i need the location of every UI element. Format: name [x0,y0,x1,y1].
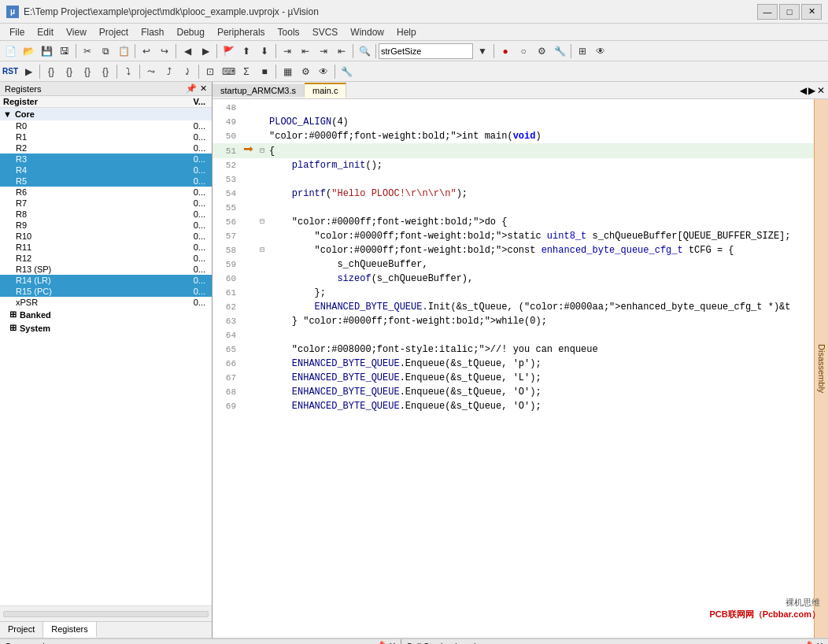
step-over-btn[interactable]: ⤳ [142,63,160,80]
stack-btn[interactable]: ⚙ [297,63,314,80]
debug-btn[interactable]: ● [497,43,514,60]
run-btn[interactable]: ▶ [20,63,37,80]
function-search-combo[interactable] [379,43,473,59]
register-row-r10[interactable]: R100... [0,231,212,242]
mem-btn[interactable]: ▦ [279,63,296,80]
registers-pin-icon[interactable]: 📌 [186,83,197,94]
callstack-pin-icon[interactable]: 📌 [802,641,813,644]
save-all-btn[interactable]: 🖫 [56,43,73,60]
register-row-r8[interactable]: R80... [0,209,212,220]
menu-item-view[interactable]: View [60,25,93,39]
scope2-btn[interactable]: {} [61,63,78,80]
registers-scroll-area[interactable]: Register V... ▼ Core R00...R10...R20...R… [0,96,212,605]
paste-btn[interactable]: 📋 [115,43,132,60]
more-btn[interactable]: 🔧 [551,43,568,60]
undo-btn[interactable]: ↩ [138,43,155,60]
prev-bookmark-btn[interactable]: ⬆ [238,43,255,60]
cmd-win-btn[interactable]: ⊡ [201,63,219,80]
menu-item-file[interactable]: File [3,25,31,39]
startup-tab[interactable]: startup_ARMCM3.s [213,84,305,97]
register-row-r1[interactable]: R10... [0,131,212,142]
register-row-r14lr[interactable]: R14 (LR)0... [0,275,212,286]
step-out-btn[interactable]: ⤴ [161,63,178,80]
settings-btn[interactable]: ⚙ [533,43,550,60]
window-btn[interactable]: ⊞ [574,43,591,60]
fold-indicator[interactable]: ⊟ [257,215,268,229]
disassembly-sidebar[interactable]: Disassembly [814,99,828,638]
banked-group-header[interactable]: ⊞ Banked [0,308,212,321]
register-row-r6[interactable]: R60... [0,187,212,198]
next-bookmark-btn[interactable]: ⬇ [256,43,273,60]
registers-close-icon[interactable]: ✕ [200,83,207,94]
combo-dropdown-btn[interactable]: ▼ [474,43,491,60]
register-row-r5[interactable]: R50... [0,176,212,187]
scope4-btn[interactable]: {} [97,63,114,80]
register-row-r0[interactable]: R00... [0,120,212,131]
run-cursor-btn[interactable]: ⤸ [179,63,196,80]
registers-scrollbar[interactable] [0,605,212,621]
sym-btn[interactable]: Σ [238,63,255,80]
register-row-r3[interactable]: R30... [0,154,212,165]
register-row-r15pc[interactable]: R15 (PC)0... [0,286,212,297]
target-btn[interactable]: ○ [515,43,532,60]
outdent-btn[interactable]: ⇤ [297,43,314,60]
nav-fwd-btn[interactable]: ▶ [197,43,214,60]
close-button[interactable]: ✕ [801,4,822,20]
fold-indicator[interactable]: ⊟ [257,144,268,158]
save-btn[interactable]: 💾 [38,43,55,60]
reset-btn[interactable]: RST [2,63,19,80]
h-scrollbar[interactable] [3,611,209,617]
watch-btn[interactable]: 👁 [315,63,332,80]
menu-item-peripherals[interactable]: Peripherals [211,25,272,39]
code-area[interactable]: 4849PLOOC_ALIGN(4)50"color:#0000ff;font-… [213,99,828,638]
maximize-button[interactable]: □ [779,4,800,20]
indent2-btn[interactable]: ⇥ [315,43,332,60]
register-row-r4[interactable]: R40... [0,165,212,176]
copy-btn[interactable]: ⧉ [97,43,114,60]
menu-item-edit[interactable]: Edit [31,25,60,39]
menu-item-window[interactable]: Window [344,25,390,39]
disasm-btn[interactable]: ⌨ [220,63,237,80]
tab-nav-right[interactable]: ▶ [808,85,815,96]
register-row-r7[interactable]: R70... [0,198,212,209]
view-btn[interactable]: 👁 [592,43,609,60]
indent-btn[interactable]: ⇥ [279,43,296,60]
outdent2-btn[interactable]: ⇤ [333,43,350,60]
cut-btn[interactable]: ✂ [79,43,96,60]
register-row-r11[interactable]: R110... [0,242,212,253]
new-btn[interactable]: 📄 [2,43,19,60]
menu-item-help[interactable]: Help [390,25,423,39]
register-row-r12[interactable]: R120... [0,253,212,264]
register-row-xpsr[interactable]: xPSR0... [0,297,212,308]
tab-close-editor[interactable]: ✕ [817,85,825,96]
menu-item-tools[interactable]: Tools [272,25,306,39]
minimize-button[interactable]: — [757,4,778,20]
scope1-btn[interactable]: {} [43,63,60,80]
command-close-icon[interactable]: ✕ [389,641,396,644]
nav-back-btn[interactable]: ◀ [179,43,196,60]
project-tab[interactable]: Project [0,622,43,638]
fold-indicator[interactable]: ⊟ [257,243,268,257]
find-btn[interactable]: 🔍 [356,43,373,60]
system-group-header[interactable]: ⊞ System [0,321,212,335]
reg-btn[interactable]: ■ [256,63,273,80]
command-pin-icon[interactable]: 📌 [375,641,386,644]
scope3-btn[interactable]: {} [79,63,96,80]
registers-tab[interactable]: Registers [43,622,96,638]
extra-btn[interactable]: 🔧 [338,63,355,80]
main-c-tab[interactable]: main.c [305,83,346,98]
register-row-r2[interactable]: R20... [0,142,212,154]
register-row-r13sp[interactable]: R13 (SP)0... [0,264,212,275]
menu-item-flash[interactable]: Flash [135,25,170,39]
bookmark-btn[interactable]: 🚩 [220,43,237,60]
menu-item-debug[interactable]: Debug [171,25,211,39]
callstack-close-icon[interactable]: ✕ [816,641,823,644]
tab-nav-left[interactable]: ◀ [800,85,807,96]
open-btn[interactable]: 📂 [20,43,37,60]
step-in-btn[interactable]: ⤵ [120,63,137,80]
menu-item-svcs[interactable]: SVCS [306,25,345,39]
menu-item-project[interactable]: Project [93,25,135,39]
core-group-header[interactable]: ▼ Core [0,108,212,120]
redo-btn[interactable]: ↪ [156,43,173,60]
register-row-r9[interactable]: R90... [0,220,212,231]
